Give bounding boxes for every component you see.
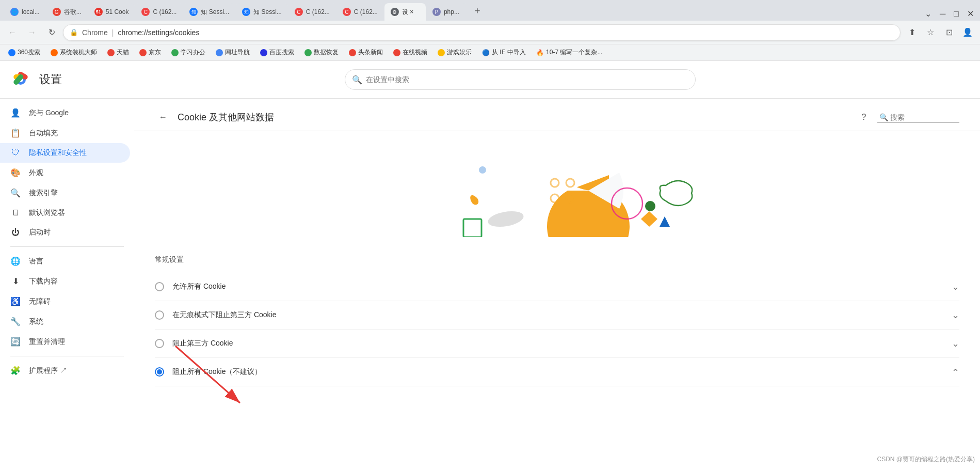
cookie-search-icon: 🔍 [879, 113, 888, 121]
sidebar-label-system: 系统 [29, 317, 43, 326]
tab-favicon-local: 🌐 [10, 8, 19, 16]
bookmark-icon-coding: 🔥 [536, 49, 544, 56]
settings-header: 设置 🔍 [0, 61, 980, 99]
settings-search-input[interactable] [345, 69, 696, 90]
bookmark-label-360: 360搜索 [18, 48, 40, 57]
option-label-block-all: 阻止所有 Cookie（不建议） [172, 367, 952, 377]
bookmark-toutiao[interactable]: 头条新闻 [347, 47, 385, 58]
close-browser-button[interactable]: ✕ [965, 7, 976, 21]
shield-icon: 🛡 [10, 148, 21, 158]
bookmark-icon-game [438, 49, 445, 56]
cookie-back-button[interactable]: ← [155, 109, 171, 126]
bookmark-jd[interactable]: 京东 [137, 47, 163, 58]
tab-favicon-zhi2: 知 [242, 8, 250, 16]
cookie-page-header: ← Cookie 及其他网站数据 ? 🔍 [134, 99, 980, 131]
sidebar-item-accessibility[interactable]: ♿ 无障碍 [0, 291, 130, 311]
sidebar-item-default-browser[interactable]: 🖥 默认浏览器 [0, 203, 130, 223]
section-title: 常规设置 [155, 255, 959, 264]
sidebar-item-appearance[interactable]: 🎨 外观 [0, 163, 130, 183]
sidebar-item-privacy[interactable]: 🛡 隐私设置和安全性 [0, 143, 130, 163]
maximize-button[interactable]: □ [952, 7, 961, 21]
minimize-button[interactable]: ─ [938, 7, 947, 21]
forward-button[interactable]: → [24, 24, 40, 41]
browser-icon: 🖥 [10, 208, 21, 217]
tab-settings[interactable]: ⚙ 设 × [384, 3, 426, 21]
browser-content: 设置 🔍 👤 您与 Google 📋 自动填充 [0, 61, 980, 469]
cookie-option-block-third[interactable]: 阻止第三方 Cookie ⌄ [155, 330, 959, 358]
tab-c162-3[interactable]: C C (162... [336, 3, 384, 21]
tab-bar: 🌐 local... G 谷歌... 51 51 Cook C C (162..… [0, 0, 980, 21]
bookmark-label-toutiao: 头条新闻 [358, 48, 383, 57]
option-label-block-third: 阻止第三方 Cookie [172, 339, 952, 348]
bookmark-game[interactable]: 游戏娱乐 [436, 47, 474, 58]
profile-button[interactable]: 👤 [959, 24, 976, 41]
address-bar[interactable]: 🔒 Chrome | chrome://settings/cookies [63, 24, 901, 41]
nav-right-buttons: ⬆ ☆ ⊡ 👤 [904, 24, 976, 41]
tab-favicon-c162-3: C [343, 8, 351, 16]
radio-block-third-incognito[interactable] [155, 310, 164, 320]
sidebar-label-startup: 启动时 [29, 228, 51, 237]
bookmark-ie[interactable]: 🔵 从 IE 中导入 [480, 47, 528, 58]
bookmark-tianmao[interactable]: 天猫 [105, 47, 131, 58]
nav-bar: ← → ↻ 🔒 Chrome | chrome://settings/cooki… [0, 21, 980, 44]
cookie-search-input[interactable] [890, 113, 957, 121]
cookie-option-allow-all[interactable]: 允许所有 Cookie ⌄ [155, 273, 959, 301]
chevron-block-third-icon: ⌄ [952, 338, 959, 349]
bookmark-button[interactable]: ☆ [922, 24, 939, 41]
tab-local[interactable]: 🌐 local... [4, 3, 46, 21]
cookie-option-block-third-incognito[interactable]: 在无痕模式下阻止第三方 Cookie ⌄ [155, 301, 959, 330]
bookmark-coding[interactable]: 🔥 10-7 编写一个复杂... [534, 47, 604, 58]
tab-google[interactable]: G 谷歌... [46, 3, 88, 21]
sidebar-item-reset[interactable]: 🔄 重置并清理 [0, 332, 130, 352]
bookmark-360[interactable]: 360搜索 [6, 47, 42, 58]
tab-search-button[interactable]: ⌄ [923, 7, 934, 21]
tab-php[interactable]: P php... [426, 3, 468, 21]
cookie-page-title: Cookie 及其他网站数据 [178, 111, 850, 123]
sidebar-item-system[interactable]: 🔧 系统 [0, 311, 130, 332]
cookie-option-block-all[interactable]: 阻止所有 Cookie（不建议） ⌄ [155, 358, 959, 386]
radio-block-all[interactable] [155, 367, 164, 377]
radio-block-third[interactable] [155, 339, 164, 348]
bookmark-nav[interactable]: 网址导航 [214, 47, 252, 58]
bookmark-data-recovery[interactable]: 数据恢复 [302, 47, 341, 58]
sidebar-item-downloads[interactable]: ⬇ 下载内容 [0, 271, 130, 291]
reload-button[interactable]: ↻ [43, 24, 60, 41]
settings-title: 设置 [39, 72, 62, 87]
tab-label-51cook: 51 Cook [106, 8, 129, 15]
share-button[interactable]: ⬆ [904, 24, 920, 41]
sidebar-item-startup[interactable]: ⏻ 启动时 [0, 223, 130, 242]
bookmark-video[interactable]: 在线视频 [391, 47, 429, 58]
sidebar-item-extensions[interactable]: 🧩 扩展程序 ↗ [0, 361, 130, 381]
bookmark-system[interactable]: 系统装机大师 [49, 47, 99, 58]
cookie-help-button[interactable]: ? [857, 110, 871, 124]
sidebar-item-language[interactable]: 🌐 语言 [0, 251, 130, 271]
sidebar-item-search[interactable]: 🔍 搜索引擎 [0, 183, 130, 203]
tab-label-google: 谷歌... [64, 8, 82, 17]
browser-frame: 🌐 local... G 谷歌... 51 51 Cook C C (162..… [0, 0, 980, 469]
bookmark-icon-baidu [260, 49, 267, 56]
new-tab-button[interactable]: ＋ [470, 3, 485, 18]
svg-marker-13 [641, 211, 657, 227]
tab-c162-2[interactable]: C C (162... [288, 3, 336, 21]
tab-label-c162-3: C (162... [354, 8, 378, 15]
radio-allow-all[interactable] [155, 282, 164, 291]
bookmark-label-office: 学习办公 [181, 48, 205, 57]
bookmark-icon-tianmao [107, 49, 115, 56]
sidebar-item-autofill[interactable]: 📋 自动填充 [0, 123, 130, 143]
extensions-icon: 🧩 [10, 366, 21, 376]
tab-51cook[interactable]: 51 51 Cook [88, 3, 135, 21]
bookmark-office[interactable]: 学习办公 [169, 47, 207, 58]
settings-page: 设置 🔍 👤 您与 Google 📋 自动填充 [0, 61, 980, 469]
sidebar-item-google[interactable]: 👤 您与 Google [0, 103, 130, 123]
reset-icon: 🔄 [10, 337, 21, 347]
split-view-button[interactable]: ⊡ [941, 24, 957, 41]
cookie-search-container: 🔍 [877, 112, 959, 123]
bookmark-baidu[interactable]: 百度搜索 [258, 47, 296, 58]
svg-point-8 [551, 194, 559, 202]
tab-zhi1[interactable]: 知 知 Sessi... [183, 3, 235, 21]
bookmark-label-coding: 10-7 编写一个复杂... [546, 48, 602, 57]
back-button[interactable]: ← [4, 24, 21, 41]
tab-c162-1[interactable]: C C (162... [135, 3, 183, 21]
tab-zhi2[interactable]: 知 知 Sessi... [236, 3, 288, 21]
tab-favicon-settings: ⚙ [391, 8, 399, 16]
